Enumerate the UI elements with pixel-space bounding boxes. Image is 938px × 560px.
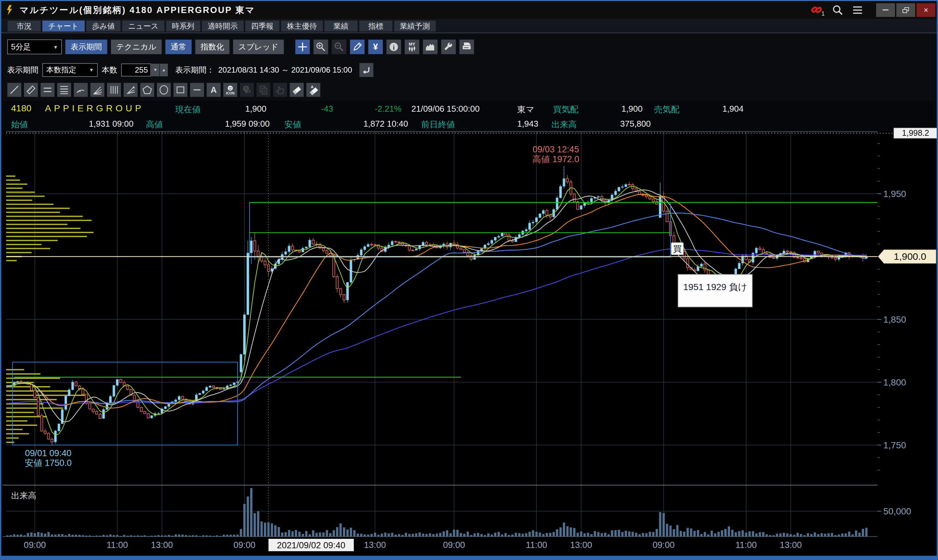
volume-bar <box>89 535 91 537</box>
candle-body <box>308 240 311 247</box>
ruler-tool[interactable] <box>24 83 38 97</box>
restore-button[interactable] <box>896 3 915 17</box>
volume-bar <box>305 531 308 537</box>
eraser-tool[interactable] <box>290 83 304 97</box>
tab-1-active[interactable]: チャート <box>42 20 85 32</box>
info-button[interactable]: i <box>386 39 401 54</box>
copy-icon <box>258 84 269 95</box>
ellipse-tool[interactable] <box>157 83 171 97</box>
printer-button[interactable] <box>459 39 474 54</box>
fibonacci-lines-tool[interactable] <box>57 83 71 97</box>
candle-body <box>140 407 143 412</box>
volume-bar <box>302 534 304 537</box>
rectangle-tool[interactable] <box>173 83 188 97</box>
volume-bar <box>714 533 716 537</box>
candle-body <box>147 414 149 418</box>
fan-lines-tool[interactable] <box>90 83 105 97</box>
toolbar-button-3[interactable]: 指数化 <box>195 39 229 54</box>
menu-icon[interactable] <box>852 5 863 15</box>
reset-period-button[interactable] <box>359 63 374 77</box>
toolbar-button-4[interactable]: スプレッド <box>233 39 284 54</box>
candle-body <box>219 388 222 389</box>
volume-bar <box>570 528 572 537</box>
stamp-tool[interactable]: ICON <box>223 83 237 97</box>
volume-bar <box>824 534 826 537</box>
interval-select[interactable]: 5分足 ▼ <box>7 39 62 54</box>
svg-text:¥: ¥ <box>373 42 378 52</box>
count-mode-select[interactable]: 本数指定 ▼ <box>42 63 98 77</box>
candle-body <box>34 390 36 397</box>
volume-bar <box>676 525 678 537</box>
horizontal-line-tool[interactable] <box>190 83 204 97</box>
wrench-button[interactable] <box>441 39 456 54</box>
toolbar-button-2[interactable]: 通常 <box>165 39 192 54</box>
rectangle-icon <box>175 84 186 95</box>
yen-button[interactable]: ¥ <box>368 39 383 54</box>
trend-line-tool[interactable] <box>7 83 22 97</box>
close-button[interactable]: × <box>916 3 935 17</box>
tab-8[interactable]: 業績 <box>324 20 358 32</box>
eraser-all-tool[interactable]: A <box>306 83 320 97</box>
zoom-in-button[interactable] <box>313 39 328 54</box>
pencil-button[interactable] <box>350 39 365 54</box>
volume-bar <box>48 532 50 537</box>
tab-10[interactable]: 業績予測 <box>394 20 436 32</box>
text-tool[interactable]: A <box>206 83 221 97</box>
volume-profile-bar <box>6 212 60 213</box>
toolbar-button-1[interactable]: テクニカル <box>111 39 162 54</box>
tab-0[interactable]: 市況 <box>7 20 41 32</box>
quote-datetime: 21/09/06 15:00:00 <box>411 104 480 114</box>
count-down-button[interactable]: ▼ <box>151 63 160 77</box>
tab-2[interactable]: 歩み値 <box>86 20 121 32</box>
volume-bar <box>607 534 610 537</box>
chart-area[interactable]: 1,9501,8501,8001,75050,0001,900.01,998.2… <box>3 131 935 556</box>
parallel-lines-tool[interactable] <box>40 83 55 97</box>
vertical-lines-tool[interactable] <box>107 83 121 97</box>
volume-bar <box>611 530 613 537</box>
volume-profile-bar <box>6 252 32 253</box>
tab-7[interactable]: 株主優待 <box>281 20 323 32</box>
volume-bar <box>687 528 689 537</box>
volume-bar <box>821 533 823 537</box>
volume-bar <box>827 533 830 537</box>
volume-bar <box>707 534 709 537</box>
tab-3[interactable]: ニュース <box>122 20 165 32</box>
tab-5[interactable]: 適時開示 <box>202 20 244 32</box>
count-up-button[interactable]: ▲ <box>160 63 168 77</box>
copy-tool <box>256 83 271 97</box>
toolbar-button-0[interactable]: 表示期間 <box>65 39 108 54</box>
candle-body <box>209 386 211 387</box>
my-chart-button[interactable]: MY <box>405 39 419 54</box>
ruler-icon <box>25 84 37 95</box>
count-input[interactable]: 255 <box>121 63 151 77</box>
volume-bar <box>171 535 173 537</box>
volume-bar <box>443 531 445 537</box>
pentagon-tool[interactable] <box>140 83 154 97</box>
volume-bar <box>168 535 170 537</box>
volume-bar <box>288 530 290 537</box>
volume-bar <box>858 533 861 537</box>
candle-body <box>44 431 46 433</box>
candle-body <box>151 415 153 418</box>
x-axis-label: 13:00 <box>364 540 386 550</box>
volume-bar <box>79 535 81 537</box>
minimize-button[interactable] <box>876 3 895 17</box>
tab-9[interactable]: 指標 <box>359 20 393 32</box>
area-chart-button[interactable] <box>423 39 438 54</box>
tab-6[interactable]: 四季報 <box>245 20 280 32</box>
tab-4[interactable]: 時系列 <box>166 20 201 32</box>
volume-bar <box>631 532 634 537</box>
candle-body <box>652 199 654 202</box>
open-value: 1,931 09:00 <box>45 119 134 129</box>
search-icon[interactable] <box>832 4 844 16</box>
volume-bar <box>450 533 452 537</box>
volume-bar <box>474 533 476 537</box>
speed-lines-tool[interactable] <box>123 83 138 97</box>
link-icon[interactable]: 1 <box>810 3 823 17</box>
crosshair-button[interactable] <box>295 39 310 54</box>
candle-body <box>89 403 91 409</box>
arc-fan-tool[interactable] <box>74 83 88 97</box>
stock-code: 4180 <box>11 103 31 114</box>
volume-bar <box>804 535 806 537</box>
volume-bar <box>559 528 562 537</box>
